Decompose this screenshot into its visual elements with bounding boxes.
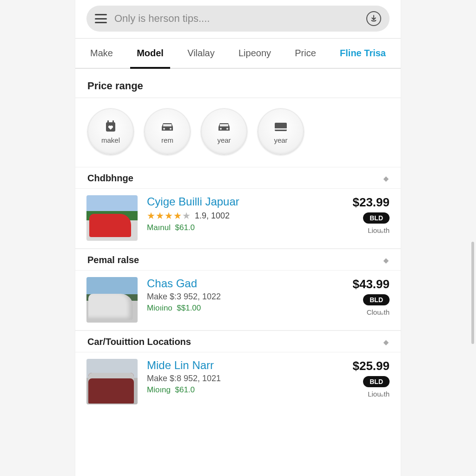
listing-small: Liouᵤth [368, 226, 390, 235]
card-right: $43.99 BLD Clouᵤth [338, 277, 390, 317]
svg-rect-1 [107, 120, 109, 123]
listing-title[interactable]: Mide Lin Narr [147, 359, 329, 372]
tab-make[interactable]: Make [84, 39, 119, 68]
card-main: Mide Lin Narr Make $:8 952, 1021 Mioıng … [147, 359, 329, 395]
rating-text: 1.9, 1002 [195, 211, 230, 221]
group-header[interactable]: Car/Touittion Locations ◆ [75, 331, 401, 352]
listing-card[interactable]: Mide Lin Narr Make $:8 952, 1021 Mioıng … [75, 352, 401, 412]
sub-row: Mioıino $$1.00 [147, 304, 329, 313]
car-thumbnail [86, 359, 138, 404]
listing-title[interactable]: Chas Gad [147, 277, 329, 290]
expand-icon: ◆ [383, 175, 389, 182]
listing-price: $23.99 [352, 195, 390, 210]
star-icon: ★★★★★ [147, 210, 191, 221]
chip-label: year [274, 136, 287, 144]
sub-label: Mioıino [147, 304, 172, 312]
svg-rect-2 [112, 120, 114, 123]
car-front-icon [158, 119, 177, 133]
chip-label: makel [101, 136, 120, 144]
car-thumbnail [86, 195, 138, 241]
svg-point-4 [163, 128, 165, 130]
menu-icon[interactable] [95, 14, 107, 23]
card-right: $25.99 BLD Liouᵤth [338, 359, 390, 398]
car-front-icon [215, 119, 233, 133]
listing-small: Liouᵤth [368, 390, 390, 398]
download-icon[interactable] [366, 11, 381, 26]
sub-row: Maınul $61.0 [147, 223, 329, 232]
listing-card[interactable]: Chas Gad Make $:3 952, 1022 Mioıino $$1.… [75, 271, 401, 331]
card-icon [271, 119, 290, 133]
listing-small: Clouᵤth [367, 308, 390, 317]
group-title: Chdbhnge [87, 173, 133, 184]
tab-model[interactable]: Model [130, 39, 170, 69]
listing-card[interactable]: Cyige Builli Japuar ★★★★★ 1.9, 1002 Maın… [75, 189, 401, 249]
card-main: Cyige Builli Japuar ★★★★★ 1.9, 1002 Maın… [147, 195, 329, 232]
chip-label: year [217, 136, 231, 144]
group-title: Car/Touittion Locations [87, 337, 191, 347]
group-header[interactable]: Chdbhnge ◆ [75, 167, 401, 189]
search-input[interactable] [114, 13, 359, 25]
listing-title[interactable]: Cyige Builli Japuar [147, 195, 329, 208]
tab-lipeony[interactable]: Lipeony [232, 39, 278, 68]
filter-tabs: Make Model Vilalay Lipeony Price Fline T… [75, 38, 401, 69]
chip-label: rem [161, 136, 173, 144]
sub-label: Maınul [147, 223, 171, 232]
chip-year-2[interactable]: year [258, 108, 304, 155]
meta-row: Make $:8 952, 1021 [147, 374, 329, 383]
svg-point-7 [220, 128, 222, 130]
listing-price: $43.99 [352, 277, 390, 291]
svg-rect-3 [163, 124, 172, 126]
sub-value: $61.0 [175, 385, 195, 394]
listing-badge: BLD [363, 376, 390, 387]
card-main: Chas Gad Make $:3 952, 1022 Mioıino $$1.… [147, 277, 329, 313]
svg-rect-10 [275, 128, 287, 130]
svg-rect-9 [275, 123, 287, 131]
heart-tag-icon [101, 119, 120, 133]
svg-point-8 [226, 128, 228, 130]
sub-row: Mioıng $61.0 [147, 385, 329, 395]
search-bar [86, 6, 390, 32]
svg-point-5 [170, 128, 172, 130]
sub-value: $61.0 [175, 223, 195, 232]
listing-badge: BLD [363, 212, 390, 224]
filter-chips-row: makel rem year year [75, 98, 401, 167]
meta-row: Make $:3 952, 1022 [147, 292, 329, 302]
card-right: $23.99 BLD Liouᵤth [338, 195, 390, 235]
scrollbar[interactable] [471, 242, 474, 344]
tab-vilalay[interactable]: Vilalay [181, 39, 221, 68]
sub-value: $$1.00 [177, 304, 201, 312]
car-thumbnail [86, 277, 138, 323]
tab-price[interactable]: Price [288, 39, 323, 68]
group-header[interactable]: Pemal ralse ◆ [75, 249, 401, 271]
chip-rem[interactable]: rem [144, 108, 191, 155]
chip-makel[interactable]: makel [87, 108, 134, 155]
group-title: Pemal ralse [87, 255, 139, 265]
rating-row: ★★★★★ 1.9, 1002 [147, 210, 329, 221]
listing-price: $25.99 [352, 359, 390, 373]
expand-icon: ◆ [383, 257, 389, 264]
price-range-title: Price range [75, 69, 401, 98]
chip-year-1[interactable]: year [201, 108, 247, 155]
listing-badge: BLD [363, 294, 390, 305]
sub-label: Mioıng [147, 385, 171, 394]
expand-icon: ◆ [383, 338, 389, 346]
tab-fline-trisa[interactable]: Fline Trisa [333, 39, 392, 68]
svg-rect-6 [220, 124, 228, 126]
app-screen: Make Model Vilalay Lipeony Price Fline T… [75, 0, 401, 476]
